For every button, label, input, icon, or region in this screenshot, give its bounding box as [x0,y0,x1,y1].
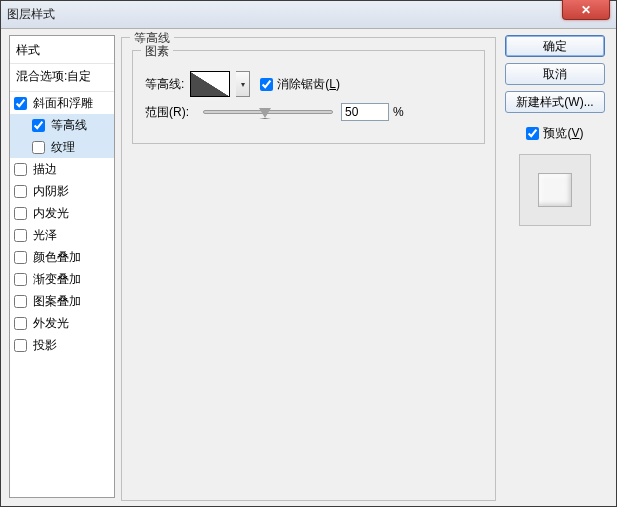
chevron-down-icon: ▾ [236,71,250,97]
contour-picker[interactable]: ▾ [190,71,250,97]
sidebar-item[interactable]: 等高线 [10,114,114,136]
settings-panel: 等高线 图素 等高线: ▾ 消除锯齿(L) [119,35,498,498]
style-checkbox[interactable] [14,229,27,242]
contour-swatch [190,71,230,97]
style-checkbox[interactable] [14,207,27,220]
sidebar-item-label: 纹理 [51,139,75,156]
sidebar-item[interactable]: 描边 [10,158,114,180]
sidebar-item[interactable]: 投影 [10,334,114,356]
sidebar-item[interactable]: 外发光 [10,312,114,334]
style-checkbox[interactable] [14,295,27,308]
style-checkbox[interactable] [14,97,27,110]
sidebar-item[interactable]: 纹理 [10,136,114,158]
antialias-label: 消除锯齿(L) [277,76,340,93]
preview-checkbox[interactable] [526,127,539,140]
action-panel: 确定 取消 新建样式(W)... 预览(V) [502,35,608,498]
sidebar-item[interactable]: 颜色叠加 [10,246,114,268]
sidebar-item[interactable]: 斜面和浮雕 [10,92,114,114]
elements-group-legend: 图素 [141,43,173,60]
sidebar-item[interactable]: 渐变叠加 [10,268,114,290]
contour-group: 等高线 图素 等高线: ▾ 消除锯齿(L) [121,37,496,501]
contour-row: 等高线: ▾ 消除锯齿(L) [145,71,472,97]
style-checkbox[interactable] [14,185,27,198]
close-button[interactable]: ✕ [562,0,610,20]
range-label: 范围(R): [145,104,189,121]
sidebar-item-label: 描边 [33,161,57,178]
sidebar-item-label: 图案叠加 [33,293,81,310]
sidebar-item-label: 颜色叠加 [33,249,81,266]
style-checkbox[interactable] [32,141,45,154]
sidebar-item-label: 外发光 [33,315,69,332]
dialog-content: 样式 混合选项:自定 斜面和浮雕等高线纹理描边内阴影内发光光泽颜色叠加渐变叠加图… [5,31,612,502]
preview-box [519,154,591,226]
sidebar-item[interactable]: 内发光 [10,202,114,224]
range-unit: % [393,105,404,119]
close-icon: ✕ [581,3,591,17]
styles-list: 斜面和浮雕等高线纹理描边内阴影内发光光泽颜色叠加渐变叠加图案叠加外发光投影 [10,92,114,356]
sidebar-item-label: 投影 [33,337,57,354]
layer-style-dialog: 图层样式 ✕ 样式 混合选项:自定 斜面和浮雕等高线纹理描边内阴影内发光光泽颜色… [0,0,617,507]
preview-swatch [538,173,572,207]
window-buttons: ✕ [562,1,616,28]
contour-label: 等高线: [145,76,184,93]
style-checkbox[interactable] [32,119,45,132]
ok-button[interactable]: 确定 [505,35,605,57]
sidebar-item-label: 渐变叠加 [33,271,81,288]
range-slider-thumb[interactable] [259,108,271,119]
titlebar: 图层样式 ✕ [1,1,616,29]
style-checkbox[interactable] [14,273,27,286]
range-slider[interactable] [203,110,333,114]
sidebar-item-label: 内发光 [33,205,69,222]
sidebar-item-label: 光泽 [33,227,57,244]
sidebar-item-label: 等高线 [51,117,87,134]
new-style-button[interactable]: 新建样式(W)... [505,91,605,113]
antialias-checkbox-row[interactable]: 消除锯齿(L) [260,76,340,93]
range-input[interactable] [341,103,389,121]
elements-group: 图素 等高线: ▾ 消除锯齿(L) [132,50,485,144]
sidebar-item-label: 斜面和浮雕 [33,95,93,112]
preview-label: 预览(V) [543,125,583,142]
preview-checkbox-row[interactable]: 预览(V) [526,125,583,142]
sidebar-header: 样式 [10,36,114,64]
sidebar-subheader[interactable]: 混合选项:自定 [10,64,114,92]
antialias-checkbox[interactable] [260,78,273,91]
window-title: 图层样式 [1,6,55,23]
sidebar-item-label: 内阴影 [33,183,69,200]
style-checkbox[interactable] [14,339,27,352]
styles-sidebar: 样式 混合选项:自定 斜面和浮雕等高线纹理描边内阴影内发光光泽颜色叠加渐变叠加图… [9,35,115,498]
sidebar-item[interactable]: 内阴影 [10,180,114,202]
sidebar-item[interactable]: 图案叠加 [10,290,114,312]
style-checkbox[interactable] [14,251,27,264]
range-row: 范围(R): % [145,103,472,121]
sidebar-item[interactable]: 光泽 [10,224,114,246]
style-checkbox[interactable] [14,317,27,330]
cancel-button[interactable]: 取消 [505,63,605,85]
style-checkbox[interactable] [14,163,27,176]
